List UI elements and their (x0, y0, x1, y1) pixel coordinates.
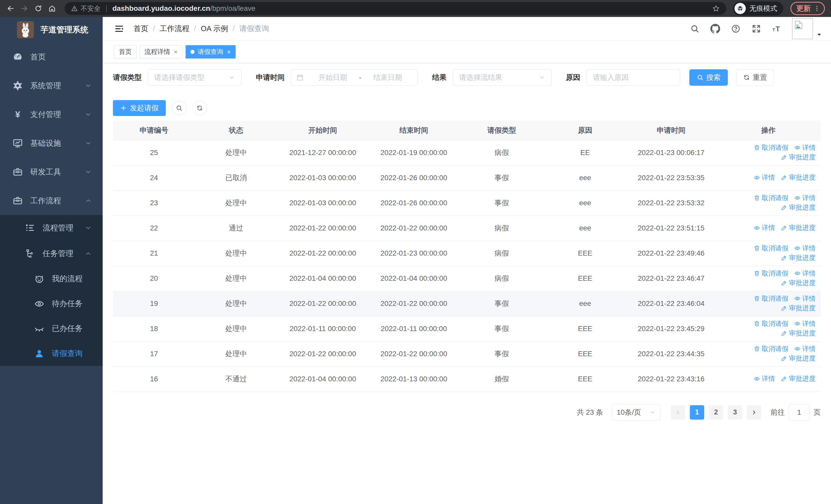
page-size-select[interactable]: 10条/页 (612, 404, 661, 421)
eye-icon (794, 245, 801, 251)
action-cancel-link[interactable]: 取消请假 (753, 345, 789, 353)
cell-actions: 取消请假详情审批进度 (716, 140, 821, 165)
action-cancel-link[interactable]: 取消请假 (753, 143, 789, 152)
action-detail-link[interactable]: 详情 (794, 143, 815, 152)
search-icon[interactable] (690, 24, 699, 34)
cell-actions: 取消请假详情审批进度 (716, 266, 821, 291)
cell-leave-type: 事假 (459, 316, 544, 341)
action-detail-link[interactable]: 详情 (753, 223, 775, 232)
list-icon (25, 223, 35, 233)
table-body: 25处理中2021-12-27 00:00:002022-01-19 00:00… (113, 140, 821, 392)
action-cancel-link[interactable]: 取消请假 (753, 244, 789, 253)
action-progress-link[interactable]: 审批进度 (781, 374, 815, 383)
action-progress-link[interactable]: 审批进度 (781, 203, 815, 212)
fullscreen-icon[interactable] (751, 24, 761, 34)
github-icon[interactable] (710, 24, 720, 34)
close-icon[interactable]: × (227, 49, 231, 55)
action-detail-link[interactable]: 详情 (753, 173, 775, 182)
action-cancel-link[interactable]: 取消请假 (753, 319, 789, 328)
breadcrumb-item[interactable]: 工作流程 (160, 24, 190, 34)
sidebar-item-home[interactable]: 首页 (0, 42, 103, 71)
refresh-table-button[interactable] (193, 101, 207, 115)
reset-button[interactable]: 重置 (736, 69, 774, 86)
cell-status: 处理中 (195, 190, 277, 215)
briefcase-icon (12, 195, 23, 206)
sidebar-item-devtools[interactable]: 研发工具 (0, 157, 103, 186)
sidebar-collapse-icon[interactable] (114, 24, 124, 34)
cell-end-time: 2022-01-23 00:00:00 (368, 241, 459, 266)
next-page-button[interactable] (747, 405, 761, 420)
sidebar-item-infra[interactable]: 基础设施 (0, 129, 103, 157)
address-divider (106, 5, 107, 12)
page-button-2[interactable]: 2 (709, 405, 723, 420)
page-button-3[interactable]: 3 (728, 405, 742, 420)
action-progress-link[interactable]: 审批进度 (781, 304, 815, 313)
action-detail-link[interactable]: 详情 (794, 269, 815, 278)
edit-icon (781, 174, 787, 181)
sidebar-item-todo-task[interactable]: 待办任务 (0, 291, 103, 316)
action-progress-link[interactable]: 审批进度 (781, 223, 815, 232)
sidebar-item-task-mgmt[interactable]: 任务管理 (0, 241, 103, 266)
action-progress-link[interactable]: 审批进度 (781, 253, 815, 262)
sidebar-item-system[interactable]: 系统管理 (0, 71, 103, 100)
cell-reason: EEE (544, 366, 626, 392)
search-button[interactable]: 搜索 (689, 69, 728, 86)
sidebar-item-my-process[interactable]: 我的流程 (0, 266, 103, 291)
sidebar-item-label: 基础设施 (30, 138, 61, 149)
close-icon[interactable]: × (174, 49, 178, 55)
reload-button[interactable] (31, 2, 45, 16)
reason-input[interactable]: 请输入原因 (586, 69, 680, 86)
trash-icon (753, 195, 760, 201)
tag-首页[interactable]: 首页 (114, 45, 137, 59)
create-leave-button[interactable]: 发起请假 (113, 100, 166, 116)
show-search-toggle-button[interactable] (172, 101, 186, 115)
sidebar-item-process-mgmt[interactable]: 流程管理 (0, 215, 103, 241)
action-detail-link[interactable]: 详情 (794, 294, 815, 303)
page-button-1[interactable]: 1 (690, 405, 704, 420)
forward-button[interactable] (18, 2, 31, 16)
result-select[interactable]: 请选择流结果 (453, 69, 551, 86)
goto-page-input[interactable]: 1 (789, 404, 809, 421)
address-bar[interactable]: 不安全 dashboard.yudao.iocoder.cn/bpm/oa/le… (65, 2, 726, 15)
sidebar-item-workflow[interactable]: 工作流程 (0, 186, 103, 215)
font-size-icon[interactable] (772, 24, 782, 34)
action-detail-link[interactable]: 详情 (794, 194, 815, 203)
action-cancel-link[interactable]: 取消请假 (753, 294, 789, 303)
apply-time-range-picker[interactable]: 开始日期 - 结束日期 (291, 69, 418, 86)
user-menu[interactable] (792, 18, 822, 39)
sidebar-item-leave-query[interactable]: 请假查询 (0, 341, 103, 366)
breadcrumb-item[interactable]: 首页 (134, 24, 148, 34)
action-detail-link[interactable]: 详情 (753, 374, 775, 383)
logo-row[interactable]: 芋道管理系统 (0, 17, 103, 42)
sidebar: 芋道管理系统 首页系统管理支付管理基础设施研发工具工作流程流程管理任务管理我的流… (0, 17, 103, 504)
action-progress-link[interactable]: 审批进度 (781, 329, 815, 338)
cell-status: 处理中 (195, 241, 277, 266)
cell-apply-time: 2022-01-22 23:46:04 (626, 291, 716, 316)
tag-流程详情[interactable]: 流程详情× (140, 45, 182, 59)
action-progress-link[interactable]: 审批进度 (781, 153, 815, 162)
action-detail-link[interactable]: 详情 (794, 319, 815, 328)
sidebar-item-pay[interactable]: 支付管理 (0, 100, 103, 129)
action-detail-link[interactable]: 详情 (794, 345, 815, 353)
browser-menu-button[interactable]: 更新 (791, 2, 825, 15)
home-button[interactable] (45, 2, 59, 16)
prev-page-button[interactable] (671, 405, 685, 420)
end-date-input[interactable]: 结束日期 (363, 72, 412, 82)
back-button[interactable] (4, 2, 18, 16)
start-date-input[interactable]: 开始日期 (308, 72, 357, 82)
bookmark-star-icon[interactable] (712, 4, 720, 12)
action-progress-link[interactable]: 审批进度 (781, 173, 815, 182)
breadcrumb-item[interactable]: OA 示例 (201, 24, 228, 34)
action-cancel-link[interactable]: 取消请假 (753, 269, 789, 278)
action-cancel-link[interactable]: 取消请假 (753, 194, 789, 203)
sidebar-item-done-task[interactable]: 已办任务 (0, 316, 103, 341)
leave-type-select[interactable]: 请选择请假类型 (148, 69, 241, 86)
tag-请假查询[interactable]: 请假查询× (185, 45, 236, 59)
column-header: 原因 (544, 121, 626, 140)
help-icon[interactable] (731, 24, 741, 34)
action-detail-link[interactable]: 详情 (794, 244, 815, 253)
action-progress-link[interactable]: 审批进度 (781, 354, 815, 363)
chevron-down-icon (85, 111, 92, 118)
action-progress-link[interactable]: 审批进度 (781, 278, 815, 288)
edit-icon (781, 154, 787, 161)
